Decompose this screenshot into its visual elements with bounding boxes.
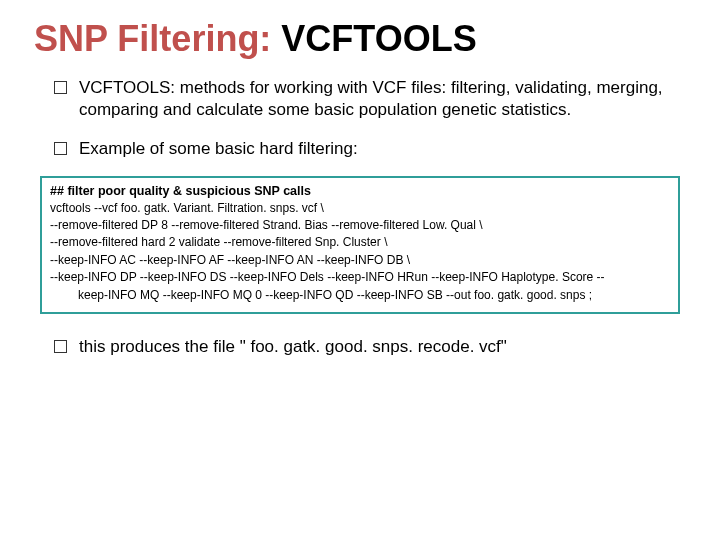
code-line-4: --keep-INFO AC --keep-INFO AF --keep-INF…: [50, 252, 670, 269]
bullet-1: VCFTOOLS: methods for working with VCF f…: [54, 77, 686, 121]
slide: SNP Filtering: VCFTOOLS VCFTOOLS: method…: [0, 0, 720, 540]
bullet-1-text: VCFTOOLS: methods for working with VCF f…: [79, 77, 686, 121]
code-line-1: vcftools --vcf foo. gatk. Variant. Filtr…: [50, 200, 670, 217]
bullet-box-icon: [54, 142, 67, 155]
bullet-box-icon: [54, 81, 67, 94]
bullet-3-text: this produces the file " foo. gatk. good…: [79, 336, 686, 358]
bullet-2-text: Example of some basic hard filtering:: [79, 138, 686, 160]
title-tail: VCFTOOLS: [281, 18, 476, 59]
code-line-5a: --keep-INFO DP --keep-INFO DS --keep-INF…: [50, 269, 670, 286]
bullet-box-icon: [54, 340, 67, 353]
code-header: ## filter poor quality & suspicious SNP …: [50, 184, 670, 198]
code-line-3: --remove-filtered hard 2 validate --remo…: [50, 234, 670, 251]
code-line-5b: keep-INFO MQ --keep-INFO MQ 0 --keep-INF…: [50, 287, 670, 304]
code-box: ## filter poor quality & suspicious SNP …: [40, 176, 680, 314]
slide-title: SNP Filtering: VCFTOOLS: [34, 18, 686, 59]
code-line-2: --remove-filtered DP 8 --remove-filtered…: [50, 217, 670, 234]
bullet-3: this produces the file " foo. gatk. good…: [54, 336, 686, 358]
title-lead: SNP Filtering:: [34, 18, 281, 59]
bullet-2: Example of some basic hard filtering:: [54, 138, 686, 160]
